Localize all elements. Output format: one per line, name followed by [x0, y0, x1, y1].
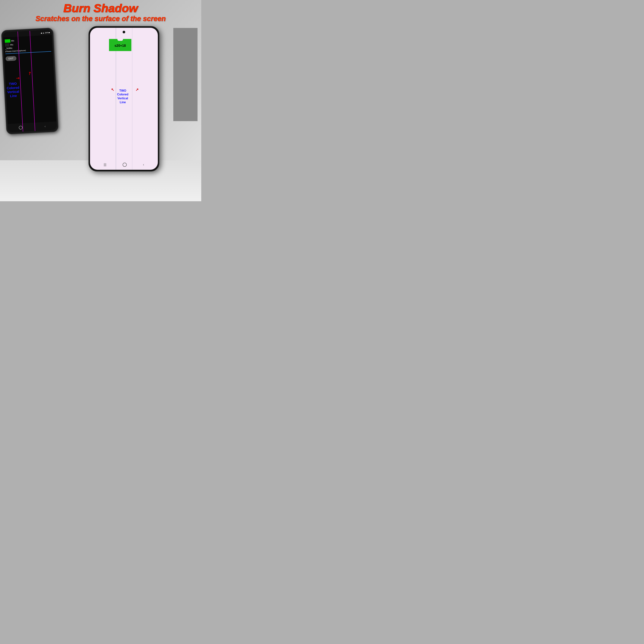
- mic-label-2: Mic: [10, 43, 13, 46]
- left-phone-container: ◀ ▲ 84%■ Mic Mic _3rdMic (Please insert …: [1, 28, 59, 135]
- volume-down-button[interactable]: [159, 59, 159, 68]
- title-line2: Scratches on the surface of the screen: [0, 15, 201, 23]
- left-phone-screen: ◀ ▲ 84%■ Mic Mic _3rdMic (Please insert …: [3, 30, 57, 132]
- left-phone-content: Mic Mic _3rdMic (Please insert Earphone)…: [3, 35, 53, 64]
- sticker-text: s20+18: [115, 44, 126, 48]
- arrow-left-2: ↗: [27, 70, 32, 76]
- arrow-right-2: ↗: [135, 87, 139, 92]
- mic-label-3: _3rdMic: [5, 47, 12, 50]
- two-colored-line1-right: TWO: [117, 89, 128, 93]
- mic-label-1: Mic: [11, 40, 14, 42]
- two-colored-annotation-left: TWO Colored Vertical Line: [6, 82, 20, 98]
- nav-home-right: [123, 163, 127, 167]
- title-area: Burn Shadow Scratches on the surface of …: [0, 2, 201, 23]
- two-colored-annotation-right: TWO Colored Vertical Line: [117, 89, 128, 104]
- nav-recents-right: |||: [104, 163, 106, 167]
- arrow-right-1: ↖: [111, 87, 114, 92]
- right-phone-container: s20+18 TWO Colored Vertical Line ↖ ↗ |||…: [58, 26, 190, 196]
- two-colored-line4-right: Line: [117, 100, 128, 104]
- power-button[interactable]: [159, 60, 159, 73]
- nav-back-left: ‹: [45, 124, 46, 128]
- volume-up-button[interactable]: [159, 49, 159, 57]
- left-phone-nav: ‹: [8, 121, 57, 132]
- title-line1: Burn Shadow: [0, 2, 201, 15]
- two-colored-line4-left: Line: [7, 94, 20, 98]
- two-colored-line3-left: Vertical: [7, 90, 20, 94]
- two-colored-line3-right: Vertical: [117, 97, 128, 100]
- camera-hole: [123, 31, 125, 33]
- left-phone: ◀ ▲ 84%■ Mic Mic _3rdMic (Please insert …: [1, 28, 59, 135]
- exit-button[interactable]: EXIT: [6, 56, 16, 61]
- sticker-notch: [117, 39, 123, 41]
- right-phone-screen: s20+18 TWO Colored Vertical Line ↖ ↗ |||…: [90, 28, 158, 170]
- right-phone: s20+18 TWO Colored Vertical Line ↖ ↗ |||…: [89, 26, 159, 171]
- status-text: ◀ ▲ 84%■: [41, 31, 50, 34]
- nav-back-right: ‹: [143, 163, 144, 167]
- vertical-line-right-2: [132, 28, 132, 170]
- two-colored-line2-right: Colored: [117, 93, 128, 97]
- mic-green-1: [5, 39, 10, 43]
- nav-home-left: [19, 126, 23, 130]
- mic-icon-2: [5, 43, 10, 47]
- green-sticker: s20+18: [109, 39, 131, 51]
- right-phone-nav: ||| ‹: [90, 160, 158, 170]
